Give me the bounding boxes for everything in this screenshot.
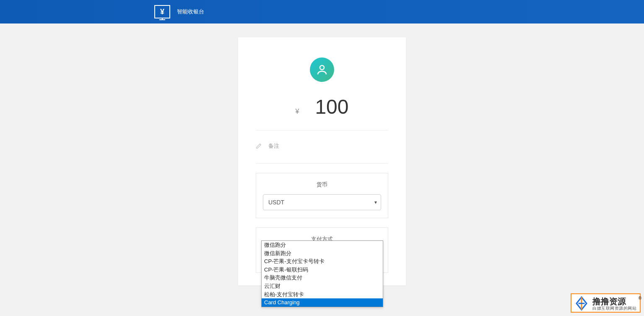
merchant-avatar	[310, 57, 334, 82]
currency-label: 货币	[263, 181, 381, 188]
app-header: ¥ 智能收银台	[0, 0, 644, 24]
payment-option-selected[interactable]: Card Charging	[262, 298, 383, 307]
currency-select[interactable]: USDT	[263, 194, 381, 210]
watermark-badge: 撸撸资源® 白嫖互联网资源的网站	[571, 293, 641, 313]
watermark-logo-icon	[573, 296, 590, 311]
user-icon	[316, 63, 328, 76]
payment-option[interactable]: 云汇财	[262, 282, 383, 290]
payment-option[interactable]: 松柏-支付宝转卡	[262, 290, 383, 299]
logo-monitor-icon: ¥	[154, 5, 170, 18]
logo-yuan-symbol: ¥	[160, 8, 164, 16]
currency-select-wrap: USDT	[263, 194, 381, 210]
pencil-icon	[256, 143, 262, 149]
remark-label: 备注	[268, 142, 279, 150]
currency-symbol: ¥	[296, 108, 299, 115]
watermark-sub: 白嫖互联网资源的网站	[592, 306, 636, 311]
header-title: 智能收银台	[177, 8, 204, 16]
amount-value: 100	[315, 95, 348, 118]
watermark-main: 撸撸资源®	[592, 297, 636, 306]
payment-option[interactable]: CP-芒果-银联扫码	[262, 266, 383, 274]
watermark-text: 撸撸资源® 白嫖互联网资源的网站	[592, 297, 636, 311]
currency-section: 货币 USDT	[256, 173, 388, 218]
payment-option[interactable]: 牛脑壳微信支付	[262, 274, 383, 282]
payment-option[interactable]: CP-芒果-支付宝卡号转卡	[262, 257, 383, 266]
payment-dropdown-list: 微信跑分 微信新跑分 CP-芒果-支付宝卡号转卡 CP-芒果-银联扫码 牛脑壳微…	[261, 240, 383, 307]
svg-point-0	[320, 65, 324, 70]
payment-option[interactable]: 微信跑分	[262, 241, 383, 249]
amount-row: ¥ 100	[256, 95, 388, 131]
remark-row[interactable]: 备注	[256, 131, 388, 164]
payment-option[interactable]: 微信新跑分	[262, 249, 383, 258]
